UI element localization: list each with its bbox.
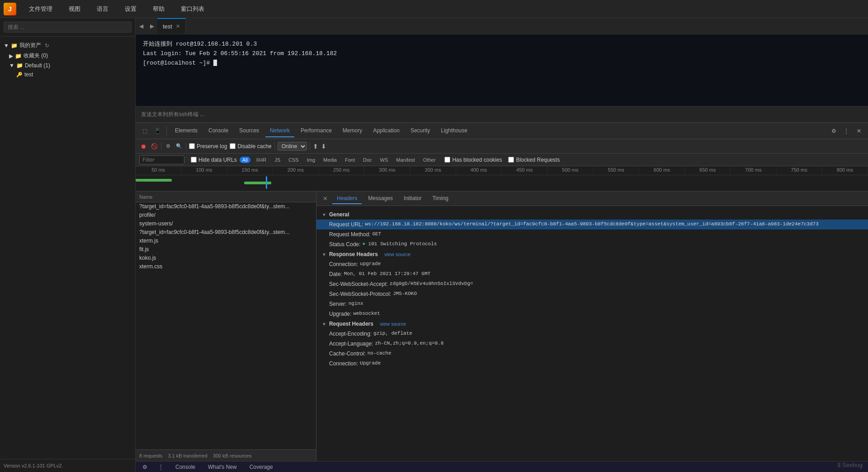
devtools-inspect-icon[interactable]: ⬚ bbox=[139, 126, 150, 136]
filter-toggle-button[interactable]: ⚙ bbox=[164, 142, 172, 150]
tab-application[interactable]: Application bbox=[368, 125, 404, 137]
tab-performance[interactable]: Performance bbox=[296, 125, 336, 137]
blocked-requests-checkbox[interactable]: Blocked Requests bbox=[508, 157, 560, 163]
detail-close-button[interactable]: ✕ bbox=[320, 195, 330, 202]
bottom-tab-coverage[interactable]: Coverage bbox=[246, 462, 277, 472]
preserve-log-input[interactable] bbox=[189, 143, 195, 149]
request-row-3[interactable]: ?target_id=fac9cfc0-b8f1-4aa5-9893-b8f5c… bbox=[136, 228, 316, 237]
request-method-key: Request Method: bbox=[329, 230, 370, 238]
tree-item-test[interactable]: 🔑 test bbox=[0, 70, 135, 79]
hide-data-urls-label: Hide data URLs bbox=[198, 157, 237, 163]
request-row-1[interactable]: profile/ bbox=[136, 211, 316, 220]
clear-button[interactable]: 🚫 bbox=[150, 142, 158, 150]
tab-sources[interactable]: Sources bbox=[235, 125, 264, 137]
menu-settings[interactable]: 设置 bbox=[121, 3, 140, 15]
detail-tab-initiator[interactable]: Initiator bbox=[399, 193, 426, 204]
response-headers-section-header[interactable]: ▼ Response Headers view source bbox=[316, 249, 868, 259]
bottom-tab-whatsnew[interactable]: What's New bbox=[204, 462, 241, 472]
hide-data-urls-input[interactable] bbox=[191, 157, 197, 163]
tab-memory[interactable]: Memory bbox=[338, 125, 367, 137]
refresh-icon[interactable]: ↻ bbox=[45, 42, 49, 49]
throttle-select[interactable]: Online bbox=[278, 142, 307, 151]
terminal-tab-test[interactable]: test ✕ bbox=[157, 18, 186, 34]
request-row-5[interactable]: fit.js bbox=[136, 245, 316, 254]
tab-network[interactable]: Network bbox=[265, 125, 294, 137]
detail-tab-headers[interactable]: Headers bbox=[332, 193, 362, 204]
record-button[interactable]: ⏺ bbox=[139, 142, 147, 150]
tl-500: 500 ms bbox=[547, 166, 593, 175]
devtools-toolbar: ⏺ 🚫 ⚙ 🔍 Preserve log Disable cache Onlin… bbox=[136, 139, 868, 154]
filter-tag-xhr[interactable]: XHR bbox=[253, 157, 269, 163]
tab-elements[interactable]: Elements bbox=[170, 125, 202, 137]
send-bar[interactable]: 发送文本到所有ssh终端 ... bbox=[136, 107, 868, 123]
blocked-cookies-input[interactable] bbox=[444, 157, 450, 163]
tab-close-icon[interactable]: ✕ bbox=[176, 23, 180, 29]
blocked-cookies-checkbox[interactable]: Has blocked cookies bbox=[444, 157, 502, 163]
main-layout: ▼ 📁 我的资产 ↻ ▶ 📁 收藏夹 (0) ▼ 📁 Default (1) 🔑… bbox=[0, 18, 868, 472]
devtools-device-icon[interactable]: 📱 bbox=[152, 126, 163, 136]
search-button[interactable]: 🔍 bbox=[175, 142, 183, 150]
folder-icon: 📁 bbox=[15, 53, 22, 59]
download-button[interactable]: ⬇ bbox=[321, 143, 326, 150]
tab-security[interactable]: Security bbox=[406, 125, 434, 137]
tl-250: 250 ms bbox=[319, 166, 364, 175]
detail-tab-messages[interactable]: Messages bbox=[363, 193, 397, 204]
filter-tag-js[interactable]: JS bbox=[272, 157, 283, 163]
terminal-line-2: Last login: Tue Feb 2 06:55:16 2021 from… bbox=[143, 49, 861, 59]
requests-footer: 8 requests 3.1 kB transferred 300 kB res… bbox=[136, 449, 316, 461]
search-bar bbox=[0, 18, 135, 37]
bottom-tab-console[interactable]: Console bbox=[172, 462, 199, 472]
request-row-4[interactable]: xterm.js bbox=[136, 237, 316, 245]
tree-item-default[interactable]: ▼ 📁 Default (1) bbox=[0, 61, 135, 70]
search-input[interactable] bbox=[4, 22, 132, 33]
tab-console[interactable]: Console bbox=[204, 125, 233, 137]
filter-tag-all[interactable]: All bbox=[240, 157, 250, 163]
filter-tag-manifest[interactable]: Manifest bbox=[393, 157, 418, 163]
request-row-0[interactable]: ?target_id=fac9cfc0-b8f1-4aa5-9893-b8f5c… bbox=[136, 202, 316, 211]
bottom-gear-icon[interactable]: ⚙ bbox=[139, 462, 150, 472]
req-accept-language-row: Accept-Language: zh-CN,zh;q=0.9,en;q=0.8 bbox=[316, 339, 868, 349]
tab-lighthouse[interactable]: Lighthouse bbox=[436, 125, 472, 137]
detail-tab-timing[interactable]: Timing bbox=[428, 193, 453, 204]
disable-cache-checkbox[interactable]: Disable cache bbox=[230, 143, 271, 150]
tree-item-bookmarks[interactable]: ▶ 📁 收藏夹 (0) bbox=[0, 51, 135, 61]
request-headers-title: Request Headers bbox=[329, 321, 373, 327]
tab-nav-left[interactable]: ◀ bbox=[136, 18, 146, 34]
request-row-6[interactable]: koko.js bbox=[136, 254, 316, 262]
devtools-close-icon[interactable]: ✕ bbox=[854, 126, 864, 136]
bottom-dots-icon[interactable]: ⋮ bbox=[156, 462, 166, 472]
blocked-requests-input[interactable] bbox=[508, 157, 514, 163]
filter-tag-img[interactable]: Img bbox=[304, 157, 318, 163]
filter-tag-other[interactable]: Other bbox=[420, 157, 439, 163]
filter-tag-font[interactable]: Font bbox=[342, 157, 358, 163]
request-row-2[interactable]: system-users/ bbox=[136, 220, 316, 228]
tree-root-myassets[interactable]: ▼ 📁 我的资产 ↻ bbox=[0, 40, 135, 51]
tab-nav-right[interactable]: ▶ bbox=[146, 18, 157, 34]
resp-date-val: Mon, 01 Feb 2021 17:29:47 GMT bbox=[344, 270, 430, 278]
filter-tag-doc[interactable]: Doc bbox=[360, 157, 375, 163]
menu-view[interactable]: 视图 bbox=[65, 3, 84, 15]
menu-windows[interactable]: 窗口列表 bbox=[177, 3, 208, 15]
filter-input[interactable] bbox=[139, 155, 184, 164]
request-headers-view-source[interactable]: view source bbox=[380, 321, 406, 327]
preserve-log-checkbox[interactable]: Preserve log bbox=[189, 143, 227, 150]
filter-tag-media[interactable]: Media bbox=[321, 157, 340, 163]
request-row-7[interactable]: xterm.css bbox=[136, 262, 316, 271]
content-area: ◀ ▶ test ✕ 开始连接到 root@192.168.18.201 0.3… bbox=[136, 18, 868, 472]
network-split: Name ?target_id=fac9cfc0-b8f1-4aa5-9893-… bbox=[136, 192, 868, 461]
filter-tag-ws[interactable]: WS bbox=[377, 157, 391, 163]
menu-file[interactable]: 文件管理 bbox=[25, 3, 56, 15]
menu-help[interactable]: 帮助 bbox=[149, 3, 168, 15]
upload-button[interactable]: ⬆ bbox=[313, 143, 318, 150]
devtools-more-icon[interactable]: ⋮ bbox=[841, 126, 852, 136]
menu-language[interactable]: 语言 bbox=[93, 3, 112, 15]
request-headers-section-header[interactable]: ▼ Request Headers view source bbox=[316, 319, 868, 329]
general-section-header[interactable]: ▼ General bbox=[316, 210, 868, 220]
disable-cache-input[interactable] bbox=[230, 143, 236, 149]
terminal-line-1: 开始连接到 root@192.168.18.201 0.3 bbox=[143, 40, 861, 49]
resp-server-key: Server: bbox=[329, 300, 347, 308]
filter-tag-css[interactable]: CSS bbox=[286, 157, 302, 163]
devtools-settings-icon[interactable]: ⚙ bbox=[828, 126, 839, 136]
response-headers-view-source[interactable]: view source bbox=[384, 252, 410, 257]
hide-data-urls-checkbox[interactable]: Hide data URLs bbox=[191, 157, 237, 163]
